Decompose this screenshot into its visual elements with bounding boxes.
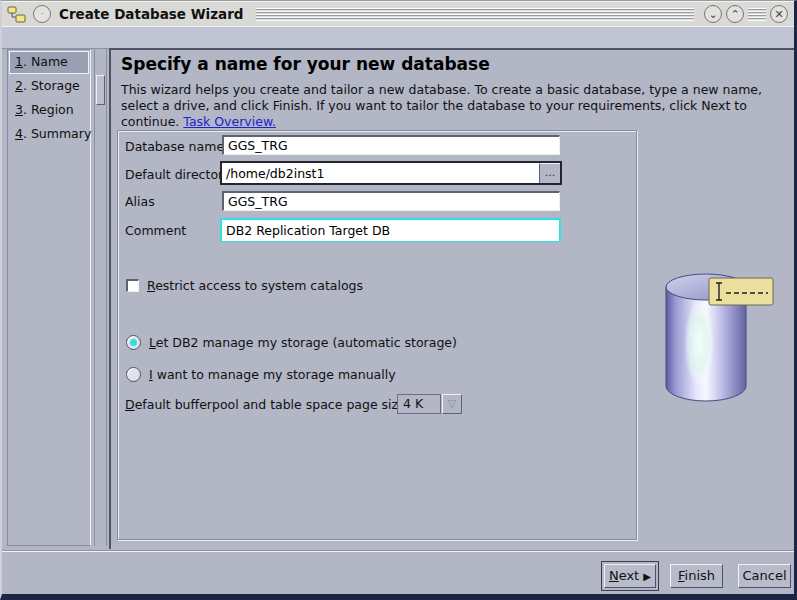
shade-button[interactable]: ⌄ — [704, 5, 722, 23]
sidebar-item-summary[interactable]: 4. Summary — [9, 123, 89, 146]
window-title: Create Database Wizard — [59, 6, 244, 22]
page-title: Specify a name for your new database — [121, 54, 490, 74]
next-button[interactable]: Next ▶ — [604, 564, 656, 588]
alias-field[interactable] — [222, 191, 560, 211]
window-top-band — [2, 26, 794, 49]
close-icon: ✕ — [774, 9, 783, 20]
wizard-step-list: 1. Name 2. Storage 3. Region 4. Summary — [7, 49, 91, 546]
finish-button[interactable]: Finish — [670, 564, 723, 588]
browse-directory-button[interactable]: ... — [539, 163, 560, 183]
restrict-access-label: Restrict access to system catalogs — [147, 278, 363, 293]
next-arrow-icon: ▶ — [643, 571, 651, 582]
scrollbar-thumb[interactable] — [96, 75, 105, 105]
automatic-storage-row: Let DB2 manage my storage (automatic sto… — [126, 335, 457, 350]
footer-separator — [2, 550, 794, 552]
default-directory-field[interactable] — [222, 163, 539, 183]
default-directory-label: Default directory — [125, 167, 231, 182]
wizard-app-icon — [7, 6, 27, 23]
page-size-value[interactable]: 4 K — [397, 394, 441, 414]
step-label: . Storage — [23, 78, 80, 93]
cancel-button[interactable]: Cancel — [738, 564, 791, 588]
chevron-down-icon: ⌄ — [708, 9, 717, 20]
comment-field[interactable] — [222, 221, 559, 241]
comment-label: Comment — [125, 223, 186, 238]
page-description: This wizard helps you create and tailor … — [121, 82, 789, 130]
wizard-page-name: Specify a name for your new database Thi… — [109, 48, 796, 549]
manual-storage-radio[interactable] — [126, 367, 141, 382]
window-menu-button[interactable]: · — [33, 5, 51, 23]
dropdown-arrow-icon: ▽ — [448, 397, 456, 410]
radio-dot — [130, 339, 137, 346]
database-name-field[interactable] — [222, 135, 560, 155]
step-number: 2 — [15, 78, 23, 93]
vertical-scrollbar[interactable] — [94, 49, 107, 546]
titlebar[interactable]: · Create Database Wizard ⌄ ⌃ ✕ — [2, 1, 794, 27]
default-button-ring: Next ▶ — [601, 561, 659, 591]
step-number: 3 — [15, 102, 23, 117]
alias-label: Alias — [125, 194, 155, 209]
comment-field-focus-ring — [220, 218, 561, 242]
sidebar-item-region[interactable]: 3. Region — [9, 99, 89, 122]
database-name-label: Database name — [125, 139, 224, 154]
page-size-combo: 4 K ▽ — [397, 394, 462, 414]
sidebar-item-name[interactable]: 1. Name — [9, 51, 89, 74]
restrict-access-checkbox[interactable] — [126, 279, 139, 292]
close-button[interactable]: ✕ — [770, 5, 788, 23]
task-overview-link[interactable]: Task Overview. — [183, 114, 276, 129]
step-label: . Name — [23, 54, 68, 69]
window-menu-icon: · — [41, 11, 43, 18]
restrict-access-row: Restrict access to system catalogs — [126, 278, 363, 293]
automatic-storage-radio[interactable] — [126, 335, 141, 350]
database-cylinder-illustration — [656, 263, 778, 410]
titlebar-grip-right — [748, 8, 766, 21]
unshade-button[interactable]: ⌃ — [726, 5, 744, 23]
sidebar-item-storage[interactable]: 2. Storage — [9, 75, 89, 98]
manual-storage-row: I want to manage my storage manually — [126, 367, 396, 382]
automatic-storage-label: Let DB2 manage my storage (automatic sto… — [149, 335, 457, 350]
step-number: 4 — [15, 126, 23, 141]
page-size-dropdown-button[interactable]: ▽ — [442, 394, 462, 414]
chevron-up-icon: ⌃ — [730, 9, 739, 20]
page-size-label: Default bufferpool and table space page … — [125, 397, 406, 412]
step-label: . Summary — [23, 126, 91, 141]
typing-note-icon — [709, 278, 773, 305]
radio-dot — [130, 371, 137, 378]
name-form-group: Database name Default directory ... Alia… — [117, 130, 637, 540]
step-number: 1 — [15, 54, 23, 69]
default-directory-group: ... — [220, 161, 562, 185]
step-label: . Region — [23, 102, 74, 117]
titlebar-grip[interactable] — [256, 8, 695, 21]
manual-storage-label: I want to manage my storage manually — [149, 367, 396, 382]
create-database-wizard-window: · Create Database Wizard ⌄ ⌃ ✕ 1. Name 2… — [0, 0, 797, 600]
